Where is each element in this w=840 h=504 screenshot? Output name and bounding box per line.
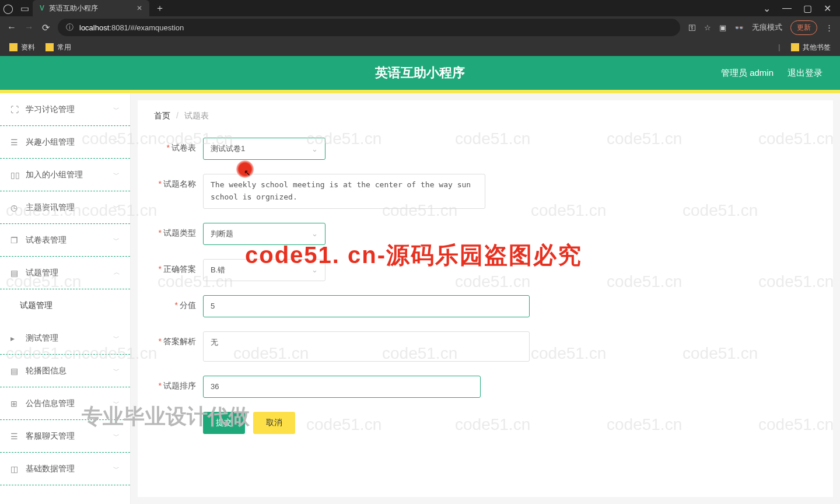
label-type: 试题类型 <box>163 228 196 237</box>
address-bar[interactable]: ⓘ localhost:8081/#/examquestion <box>58 19 680 36</box>
other-bookmarks[interactable]: | 其他书签 <box>778 43 831 52</box>
star-icon[interactable]: ☆ <box>704 23 711 32</box>
doc-icon: ▤ <box>10 268 20 278</box>
chevron-down-icon[interactable]: ⌄ <box>763 3 771 14</box>
cancel-button[interactable]: 取消 <box>253 412 295 434</box>
sidebar-item-notice[interactable]: ⊞公告信息管理﹀ <box>0 387 130 420</box>
tab-prev-icon[interactable]: ◯ <box>0 0 16 16</box>
label-explanation: 答案解析 <box>163 337 196 346</box>
sidebar-item-question[interactable]: ▤试题管理﹀ <box>0 257 130 289</box>
label-order: 试题排序 <box>163 381 196 390</box>
paper-select[interactable]: 测试试卷1⌄ <box>203 138 326 160</box>
maximize-icon[interactable]: ▢ <box>803 3 812 14</box>
update-button[interactable]: 更新 <box>790 20 817 35</box>
chevron-down-icon: ﹀ <box>113 170 120 179</box>
chevron-down-icon: ﹀ <box>113 464 120 473</box>
sidebar-item-group[interactable]: ☰兴趣小组管理﹀ <box>0 126 130 159</box>
lines-icon: ☰ <box>10 432 20 441</box>
explanation-textarea[interactable]: 无 <box>203 331 530 362</box>
bookmark-item[interactable]: 资料 <box>9 43 35 52</box>
reload-button[interactable]: ⟳ <box>42 22 50 33</box>
label-score: 分值 <box>180 300 196 310</box>
sidebar: ⛶学习讨论管理﹀ ☰兴趣小组管理﹀ ▯▯加入的小组管理﹀ ◷主题资讯管理﹀ ❐试… <box>0 93 131 504</box>
list-icon: ☰ <box>10 138 20 147</box>
chart-icon: ▯▯ <box>10 170 20 180</box>
answer-select[interactable]: B.错⌄ <box>203 259 326 281</box>
chevron-down-icon: ﹀ <box>113 399 120 408</box>
sidebar-item-joined[interactable]: ▯▯加入的小组管理﹀ <box>0 159 130 191</box>
clock-icon: ◷ <box>10 203 20 212</box>
sidebar-item-carousel[interactable]: ▤轮播图信息﹀ <box>0 355 130 387</box>
score-input[interactable] <box>203 295 530 317</box>
chevron-down-icon: ⌄ <box>312 265 318 274</box>
chevron-down-icon: ﹀ <box>113 203 120 212</box>
close-icon[interactable]: ✕ <box>136 4 142 12</box>
expand-icon: ⛶ <box>10 105 20 114</box>
new-tab-button[interactable]: ＋ <box>149 2 170 15</box>
label-paper: 试卷表 <box>172 143 196 152</box>
close-window-icon[interactable]: ✕ <box>824 3 831 14</box>
copy-icon: ❐ <box>10 236 20 245</box>
type-select[interactable]: 判断题⌄ <box>203 223 326 245</box>
menu-icon[interactable]: ⋮ <box>825 23 833 32</box>
bookmark-item[interactable]: 常用 <box>46 43 71 52</box>
key-icon[interactable]: ⚿ <box>688 23 696 32</box>
minimize-icon[interactable]: — <box>782 3 792 14</box>
sidebar-item-news[interactable]: ◷主题资讯管理﹀ <box>0 191 130 224</box>
info-icon: ⓘ <box>66 22 74 33</box>
user-label[interactable]: 管理员 admin <box>721 68 774 79</box>
folder-icon <box>46 43 54 51</box>
image-icon: ▤ <box>10 366 20 376</box>
back-button[interactable]: ← <box>7 22 16 33</box>
breadcrumb-home[interactable]: 首页 <box>154 111 170 120</box>
incognito-icon: 👓 <box>734 23 744 32</box>
sidebar-item-test[interactable]: ▸测试管理﹀ <box>0 322 130 355</box>
content-area: 首页 / 试题表 *试卷表 测试试卷1⌄ *试题名称 The weekly sc… <box>138 100 833 497</box>
vue-icon: V <box>40 4 44 12</box>
chevron-down-icon: ﹀ <box>113 366 120 375</box>
browser-toolbar: ← → ⟳ ⓘ localhost:8081/#/examquestion ⚿ … <box>0 16 840 38</box>
browser-tab-strip: ◯ ▭ V 英语互助小程序 ✕ ＋ ⌄ — ▢ ✕ <box>0 0 840 16</box>
label-answer: 正确答案 <box>163 264 196 274</box>
browser-tab[interactable]: V 英语互助小程序 ✕ <box>33 0 149 16</box>
tab-blank-icon[interactable]: ▭ <box>16 0 33 16</box>
extension-icon[interactable]: ▣ <box>719 23 726 32</box>
chevron-down-icon: ﹀ <box>113 432 120 440</box>
question-name-textarea[interactable]: The weekly school meeting is at the cent… <box>203 174 485 209</box>
chevron-down-icon: ﹀ <box>113 138 120 146</box>
chevron-down-icon: ⌄ <box>312 145 318 153</box>
breadcrumb: 首页 / 试题表 <box>154 111 817 121</box>
window-controls: ⌄ — ▢ ✕ <box>763 3 840 14</box>
url-text: localhost:8081/#/examquestion <box>79 23 184 32</box>
sidebar-subitem-question[interactable]: 试题管理 <box>0 289 130 322</box>
layers-icon: ◫ <box>10 464 20 474</box>
forward-button[interactable]: → <box>24 22 34 33</box>
chevron-down-icon: ﹀ <box>113 334 120 342</box>
sidebar-item-chat[interactable]: ☰客服聊天管理﹀ <box>0 420 130 453</box>
chevron-up-icon: ﹀ <box>113 268 120 277</box>
sidebar-item-discussion[interactable]: ⛶学习讨论管理﹀ <box>0 93 130 126</box>
app-title: 英语互助小程序 <box>375 64 465 82</box>
label-name: 试题名称 <box>163 179 196 188</box>
order-input[interactable] <box>203 376 481 398</box>
folder-icon <box>791 43 799 51</box>
grid-icon: ⊞ <box>10 399 20 408</box>
logout-link[interactable]: 退出登录 <box>788 68 822 79</box>
submit-button[interactable]: 提交 <box>203 412 245 434</box>
folder-icon <box>9 43 18 51</box>
chevron-down-icon: ﹀ <box>113 105 120 114</box>
bookmarks-bar: 资料 常用 | 其他书签 <box>0 38 840 56</box>
breadcrumb-page: 试题表 <box>184 111 209 120</box>
chevron-down-icon: ⌄ <box>312 229 318 238</box>
chevron-down-icon: ﹀ <box>113 236 120 244</box>
sidebar-item-basedata[interactable]: ◫基础数据管理﹀ <box>0 453 130 485</box>
flag-icon: ▸ <box>10 334 20 343</box>
incognito-label: 无痕模式 <box>752 22 782 33</box>
sidebar-item-paper[interactable]: ❐试卷表管理﹀ <box>0 224 130 257</box>
app-header: 英语互助小程序 管理员 admin 退出登录 <box>0 56 840 90</box>
tab-title: 英语互助小程序 <box>49 4 98 13</box>
